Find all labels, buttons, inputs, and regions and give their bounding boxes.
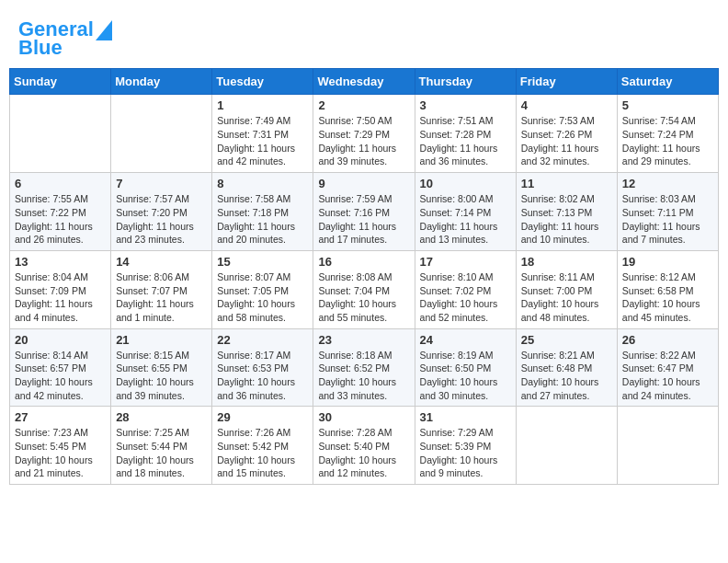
day-number: 10 [420, 177, 511, 190]
calendar-cell: 19Sunrise: 8:12 AM Sunset: 6:58 PM Dayli… [617, 250, 718, 328]
calendar-cell: 24Sunrise: 8:19 AM Sunset: 6:50 PM Dayli… [415, 328, 516, 407]
day-number: 31 [420, 410, 511, 424]
day-of-week-header: Saturday [617, 69, 718, 95]
calendar-cell [617, 407, 718, 485]
day-number: 30 [318, 410, 409, 424]
day-number: 29 [217, 410, 308, 424]
calendar-cell: 26Sunrise: 8:22 AM Sunset: 6:47 PM Dayli… [617, 328, 718, 407]
calendar-cell: 30Sunrise: 7:28 AM Sunset: 5:40 PM Dayli… [313, 407, 415, 485]
day-number: 24 [420, 333, 511, 347]
day-number: 23 [318, 333, 409, 347]
calendar-cell [10, 95, 111, 173]
cell-sun-info: Sunrise: 8:18 AM Sunset: 6:52 PM Dayligh… [318, 349, 409, 403]
day-number: 17 [420, 255, 511, 269]
cell-sun-info: Sunrise: 8:07 AM Sunset: 7:05 PM Dayligh… [217, 270, 308, 325]
cell-sun-info: Sunrise: 7:55 AM Sunset: 7:22 PM Dayligh… [15, 192, 106, 247]
calendar-cell: 11Sunrise: 8:02 AM Sunset: 7:13 PM Dayli… [516, 173, 617, 251]
day-number: 3 [420, 98, 511, 112]
calendar-week-row: 20Sunrise: 8:14 AM Sunset: 6:57 PM Dayli… [10, 328, 719, 407]
calendar-week-row: 13Sunrise: 8:04 AM Sunset: 7:09 PM Dayli… [10, 250, 719, 328]
day-number: 8 [217, 177, 308, 190]
day-number: 18 [521, 255, 612, 269]
calendar-cell: 25Sunrise: 8:21 AM Sunset: 6:48 PM Dayli… [516, 328, 617, 407]
cell-sun-info: Sunrise: 7:49 AM Sunset: 7:31 PM Dayligh… [217, 114, 308, 168]
day-number: 13 [15, 255, 106, 269]
cell-sun-info: Sunrise: 8:14 AM Sunset: 6:57 PM Dayligh… [15, 349, 106, 403]
calendar-cell: 17Sunrise: 8:10 AM Sunset: 7:02 PM Dayli… [415, 250, 516, 328]
cell-sun-info: Sunrise: 8:21 AM Sunset: 6:48 PM Dayligh… [521, 349, 612, 403]
cell-sun-info: Sunrise: 7:57 AM Sunset: 7:20 PM Dayligh… [116, 192, 207, 247]
day-number: 19 [622, 255, 713, 269]
day-number: 2 [318, 98, 409, 112]
day-number: 14 [116, 255, 207, 269]
calendar-cell: 28Sunrise: 7:25 AM Sunset: 5:44 PM Dayli… [111, 407, 212, 485]
page-header: General Blue [9, 9, 719, 63]
calendar-week-row: 27Sunrise: 7:23 AM Sunset: 5:45 PM Dayli… [10, 407, 719, 485]
calendar-cell: 4Sunrise: 7:53 AM Sunset: 7:26 PM Daylig… [516, 95, 617, 173]
calendar-table: SundayMondayTuesdayWednesdayThursdayFrid… [9, 68, 719, 485]
cell-sun-info: Sunrise: 7:54 AM Sunset: 7:24 PM Dayligh… [622, 114, 713, 168]
calendar-cell: 6Sunrise: 7:55 AM Sunset: 7:22 PM Daylig… [10, 173, 111, 251]
cell-sun-info: Sunrise: 8:15 AM Sunset: 6:55 PM Dayligh… [116, 349, 207, 403]
day-number: 22 [217, 333, 308, 347]
day-of-week-header: Monday [111, 69, 212, 95]
calendar-cell: 13Sunrise: 8:04 AM Sunset: 7:09 PM Dayli… [10, 250, 111, 328]
calendar-cell: 14Sunrise: 8:06 AM Sunset: 7:07 PM Dayli… [111, 250, 212, 328]
calendar-cell: 16Sunrise: 8:08 AM Sunset: 7:04 PM Dayli… [313, 250, 415, 328]
calendar-cell: 18Sunrise: 8:11 AM Sunset: 7:00 PM Dayli… [516, 250, 617, 328]
day-number: 9 [318, 177, 409, 190]
day-of-week-header: Friday [516, 69, 617, 95]
cell-sun-info: Sunrise: 8:11 AM Sunset: 7:00 PM Dayligh… [521, 270, 612, 325]
cell-sun-info: Sunrise: 7:50 AM Sunset: 7:29 PM Dayligh… [318, 114, 409, 168]
day-number: 12 [622, 177, 713, 190]
cell-sun-info: Sunrise: 7:28 AM Sunset: 5:40 PM Dayligh… [318, 426, 409, 480]
cell-sun-info: Sunrise: 8:17 AM Sunset: 6:53 PM Dayligh… [217, 349, 308, 403]
calendar-cell: 7Sunrise: 7:57 AM Sunset: 7:20 PM Daylig… [111, 173, 212, 251]
cell-sun-info: Sunrise: 8:04 AM Sunset: 7:09 PM Dayligh… [15, 270, 106, 325]
calendar-cell: 31Sunrise: 7:29 AM Sunset: 5:39 PM Dayli… [415, 407, 516, 485]
calendar-cell: 27Sunrise: 7:23 AM Sunset: 5:45 PM Dayli… [10, 407, 111, 485]
calendar-header-row: SundayMondayTuesdayWednesdayThursdayFrid… [10, 69, 719, 95]
cell-sun-info: Sunrise: 8:22 AM Sunset: 6:47 PM Dayligh… [622, 349, 713, 403]
day-number: 21 [116, 333, 207, 347]
cell-sun-info: Sunrise: 7:23 AM Sunset: 5:45 PM Dayligh… [15, 426, 106, 480]
cell-sun-info: Sunrise: 7:29 AM Sunset: 5:39 PM Dayligh… [420, 426, 511, 480]
svg-marker-0 [96, 20, 112, 40]
day-number: 1 [217, 98, 308, 112]
cell-sun-info: Sunrise: 8:10 AM Sunset: 7:02 PM Dayligh… [420, 270, 511, 325]
calendar-cell: 1Sunrise: 7:49 AM Sunset: 7:31 PM Daylig… [212, 95, 313, 173]
cell-sun-info: Sunrise: 8:06 AM Sunset: 7:07 PM Dayligh… [116, 270, 207, 325]
day-number: 27 [15, 410, 106, 424]
calendar-cell: 23Sunrise: 8:18 AM Sunset: 6:52 PM Dayli… [313, 328, 415, 407]
logo-text-line2: Blue [18, 37, 63, 59]
day-number: 6 [15, 177, 106, 190]
cell-sun-info: Sunrise: 7:25 AM Sunset: 5:44 PM Dayligh… [116, 426, 207, 480]
calendar-cell: 20Sunrise: 8:14 AM Sunset: 6:57 PM Dayli… [10, 328, 111, 407]
day-number: 15 [217, 255, 308, 269]
cell-sun-info: Sunrise: 7:51 AM Sunset: 7:28 PM Dayligh… [420, 114, 511, 168]
day-number: 5 [622, 98, 713, 112]
cell-sun-info: Sunrise: 7:58 AM Sunset: 7:18 PM Dayligh… [217, 192, 308, 247]
day-number: 11 [521, 177, 612, 190]
cell-sun-info: Sunrise: 7:59 AM Sunset: 7:16 PM Dayligh… [318, 192, 409, 247]
calendar-cell: 10Sunrise: 8:00 AM Sunset: 7:14 PM Dayli… [415, 173, 516, 251]
logo-triangle-icon [96, 20, 112, 40]
day-of-week-header: Sunday [10, 69, 111, 95]
day-number: 4 [521, 98, 612, 112]
calendar-cell: 12Sunrise: 8:03 AM Sunset: 7:11 PM Dayli… [617, 173, 718, 251]
cell-sun-info: Sunrise: 8:00 AM Sunset: 7:14 PM Dayligh… [420, 192, 511, 247]
day-of-week-header: Thursday [415, 69, 516, 95]
calendar-cell: 22Sunrise: 8:17 AM Sunset: 6:53 PM Dayli… [212, 328, 313, 407]
calendar-cell [516, 407, 617, 485]
day-number: 26 [622, 333, 713, 347]
cell-sun-info: Sunrise: 8:03 AM Sunset: 7:11 PM Dayligh… [622, 192, 713, 247]
calendar-cell [111, 95, 212, 173]
cell-sun-info: Sunrise: 8:12 AM Sunset: 6:58 PM Dayligh… [622, 270, 713, 325]
day-number: 7 [116, 177, 207, 190]
cell-sun-info: Sunrise: 8:08 AM Sunset: 7:04 PM Dayligh… [318, 270, 409, 325]
cell-sun-info: Sunrise: 7:26 AM Sunset: 5:42 PM Dayligh… [217, 426, 308, 480]
day-number: 25 [521, 333, 612, 347]
cell-sun-info: Sunrise: 8:02 AM Sunset: 7:13 PM Dayligh… [521, 192, 612, 247]
calendar-cell: 5Sunrise: 7:54 AM Sunset: 7:24 PM Daylig… [617, 95, 718, 173]
day-number: 16 [318, 255, 409, 269]
